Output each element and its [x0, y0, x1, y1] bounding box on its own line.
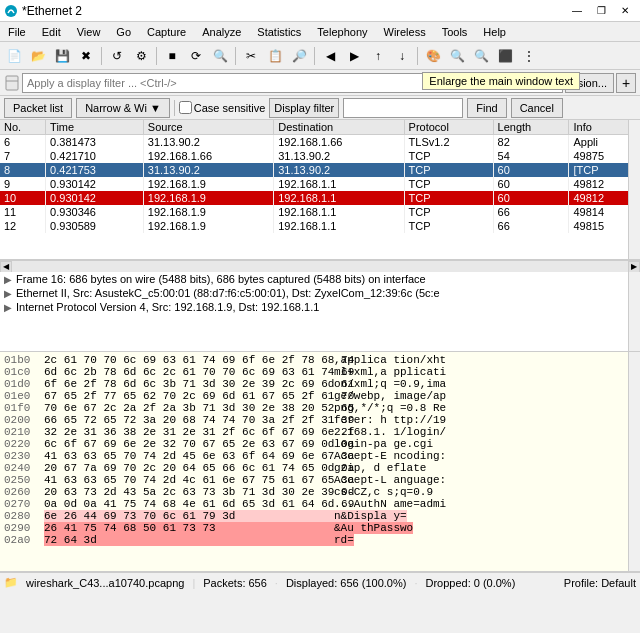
cut-button[interactable]: ✂	[240, 45, 262, 67]
add-filter-button[interactable]: +	[616, 73, 636, 93]
find-button[interactable]: 🔎	[288, 45, 310, 67]
hscroll-track[interactable]	[12, 261, 628, 273]
detail-row[interactable]: ▶Frame 16: 686 bytes on wire (5488 bits)…	[0, 272, 640, 286]
toolbar2-sep	[174, 100, 175, 116]
find-button2[interactable]: Find	[467, 98, 506, 118]
zoom-out-button[interactable]: 🔍	[470, 45, 492, 67]
hex-ascii: ...AuthN ame=admi	[334, 498, 446, 510]
forward-button[interactable]: ▶	[343, 45, 365, 67]
status-displayed: Displayed: 656 (100.0%)	[286, 577, 406, 589]
status-profile: Profile: Default	[564, 577, 636, 589]
hex-row: 01b02c 61 70 70 6c 69 63 61 74 69 6f 6e …	[4, 354, 624, 366]
copy-button[interactable]: 📋	[264, 45, 286, 67]
new-capture-button[interactable]: 📄	[3, 45, 25, 67]
table-row[interactable]: 100.930142192.168.1.9192.168.1.1TCP60498…	[0, 191, 640, 205]
hex-offset: 0240	[4, 462, 44, 474]
toolbar-separator-5	[417, 47, 418, 65]
zoom-in-button[interactable]: 🔍	[446, 45, 468, 67]
hex-row: 024020 67 7a 69 70 2c 20 64 65 66 6c 61 …	[4, 462, 624, 474]
up-button[interactable]: ↑	[367, 45, 389, 67]
table-row[interactable]: 60.38147331.13.90.2192.168.1.66TLSv1.282…	[0, 135, 640, 150]
table-row[interactable]: 120.930589192.168.1.9192.168.1.1TCP66498…	[0, 219, 640, 233]
hex-bytes: 20 67 7a 69 70 2c 20 64 65 66 6c 61 74 6…	[44, 462, 334, 474]
hex-offset: 02a0	[4, 534, 44, 546]
find-toolbar: Packet list Narrow & Wi ▼ Case sensitive…	[0, 96, 640, 120]
minimize-button[interactable]: —	[566, 2, 588, 20]
hex-offset: 01d0	[4, 378, 44, 390]
close-button[interactable]: ✕	[614, 2, 636, 20]
cancel-button[interactable]: Cancel	[511, 98, 563, 118]
hex-ascii: cs-CZ,c s;q=0.9	[334, 486, 433, 498]
svg-rect-1	[6, 76, 18, 90]
menu-edit[interactable]: Edit	[34, 24, 69, 40]
reload-button[interactable]: ↺	[106, 45, 128, 67]
hex-row: 020066 65 72 65 72 3a 20 68 74 74 70 3a …	[4, 414, 624, 426]
hex-row: 02206c 6f 67 69 6e 2e 32 70 67 65 2e 63 …	[4, 438, 624, 450]
hscroll-left-button[interactable]: ◀	[0, 261, 12, 273]
save-button[interactable]: 💾	[51, 45, 73, 67]
hex-row: 021032 2e 31 36 38 2e 31 2e 31 2f 6c 6f …	[4, 426, 624, 438]
hex-bytes: 26 41 75 74 68 50 61 73 73	[44, 522, 334, 534]
col-destination: Destination	[274, 120, 404, 135]
status-icon: 📁	[4, 576, 18, 589]
capture-filter-button[interactable]: 🔍	[209, 45, 231, 67]
menu-statistics[interactable]: Statistics	[249, 24, 309, 40]
hex-bytes: 6d 6c 2b 78 6d 6c 2c 61 70 70 6c 69 63 6…	[44, 366, 334, 378]
close-button2[interactable]: ✖	[75, 45, 97, 67]
hex-dump-scrollbar[interactable]	[628, 352, 640, 571]
menu-analyze[interactable]: Analyze	[194, 24, 249, 40]
down-button[interactable]: ↓	[391, 45, 413, 67]
hex-bytes: 6c 6f 67 69 6e 2e 32 70 67 65 2e 63 67 6…	[44, 438, 334, 450]
hex-bytes: 20 63 73 2d 43 5a 2c 63 73 3b 71 3d 30 2…	[44, 486, 334, 498]
zoom-normal-button[interactable]: ⬛	[494, 45, 516, 67]
hex-bytes: 41 63 63 65 70 74 2d 4c 61 6e 67 75 61 6…	[44, 474, 334, 486]
menu-wireless[interactable]: Wireless	[376, 24, 434, 40]
detail-row[interactable]: ▶Ethernet II, Src: AsustekC_c5:00:01 (88…	[0, 286, 640, 300]
resize-columns-button[interactable]: ⋮	[518, 45, 540, 67]
menu-view[interactable]: View	[69, 24, 109, 40]
detail-row[interactable]: ▶Internet Protocol Version 4, Src: 192.1…	[0, 300, 640, 314]
packet-detail-panel: ▶Frame 16: 686 bytes on wire (5488 bits)…	[0, 272, 640, 352]
hex-row: 01e067 65 2f 77 65 62 70 2c 69 6d 61 67 …	[4, 390, 624, 402]
hex-bytes: 41 63 63 65 70 74 2d 45 6e 63 6f 64 69 6…	[44, 450, 334, 462]
filter-bookmark-icon	[4, 75, 20, 91]
colorize-button[interactable]: 🎨	[422, 45, 444, 67]
table-row[interactable]: 90.930142192.168.1.9192.168.1.1TCP604981…	[0, 177, 640, 191]
back-button[interactable]: ◀	[319, 45, 341, 67]
case-sensitive-checkbox[interactable]	[179, 101, 192, 114]
hex-row: 029026 41 75 74 68 50 61 73 73 &Au thPas…	[4, 522, 624, 534]
packet-list-scrollbar[interactable]	[628, 120, 640, 259]
find-input[interactable]	[343, 98, 463, 118]
hex-offset: 0230	[4, 450, 44, 462]
table-row[interactable]: 70.421710192.168.1.6631.13.90.2TCP544987…	[0, 149, 640, 163]
hex-content: 01b02c 61 70 70 6c 69 63 61 74 69 6f 6e …	[0, 352, 628, 571]
stop-button[interactable]: ■	[161, 45, 183, 67]
window-title: *Ethernet 2	[22, 4, 82, 18]
hex-ascii: login-pa ge.cgi	[334, 438, 433, 450]
menu-help[interactable]: Help	[475, 24, 514, 40]
display-filter-dropdown[interactable]: Display filter	[269, 98, 339, 118]
menu-file[interactable]: File	[0, 24, 34, 40]
capture-options-button[interactable]: ⚙	[130, 45, 152, 67]
toolbar-separator-4	[314, 47, 315, 65]
hex-ascii: Accept-L anguage:	[334, 474, 446, 486]
packet-list-button[interactable]: Packet list	[4, 98, 72, 118]
toolbar-separator-1	[101, 47, 102, 65]
menu-go[interactable]: Go	[108, 24, 139, 40]
packet-detail-scrollbar[interactable]	[628, 272, 640, 351]
table-row[interactable]: 80.42175331.13.90.231.13.90.2TCP60[TCP	[0, 163, 640, 177]
menu-capture[interactable]: Capture	[139, 24, 194, 40]
menu-tools[interactable]: Tools	[434, 24, 476, 40]
maximize-button[interactable]: ❐	[590, 2, 612, 20]
table-row[interactable]: 110.930346192.168.1.9192.168.1.1TCP66498…	[0, 205, 640, 219]
hex-offset: 0200	[4, 414, 44, 426]
hex-row: 025041 63 63 65 70 74 2d 4c 61 6e 67 75 …	[4, 474, 624, 486]
restart-button[interactable]: ⟳	[185, 45, 207, 67]
narrow-wide-button[interactable]: Narrow & Wi ▼	[76, 98, 170, 118]
packet-list-hscrollbar[interactable]: ◀ ▶	[0, 260, 640, 272]
hex-ascii: ml+xml,a pplicati	[334, 366, 446, 378]
hscroll-right-button[interactable]: ▶	[628, 261, 640, 273]
packet-list-panel: No. Time Source Destination Protocol Len…	[0, 120, 640, 260]
menu-telephony[interactable]: Telephony	[309, 24, 375, 40]
open-button[interactable]: 📂	[27, 45, 49, 67]
